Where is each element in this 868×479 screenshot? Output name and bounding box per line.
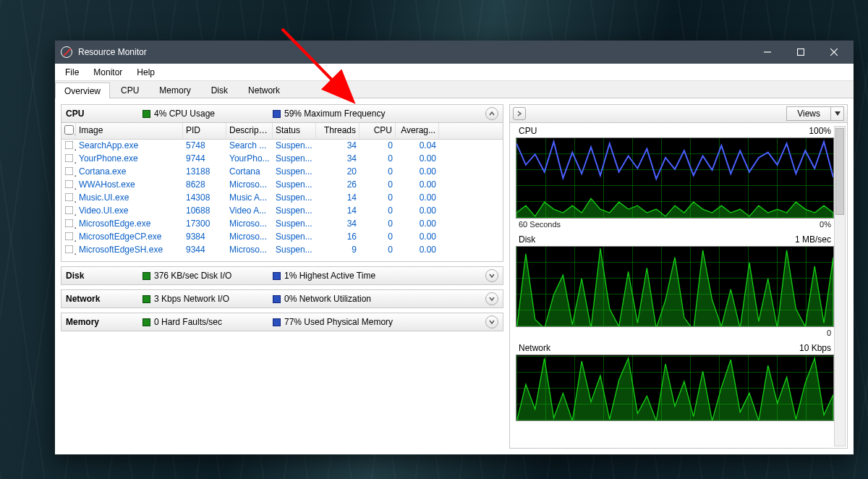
row-checkbox[interactable] bbox=[65, 193, 74, 202]
col-image[interactable]: Image bbox=[76, 123, 183, 139]
row-checkbox[interactable] bbox=[65, 206, 74, 215]
cell-pid: 10688 bbox=[183, 205, 226, 218]
desktop-background: Resource Monitor File Monitor Help Overv… bbox=[0, 0, 868, 479]
menu-monitor[interactable]: Monitor bbox=[88, 65, 128, 80]
table-row[interactable]: SearchApp.exe5748Search ...Suspen...3400… bbox=[61, 140, 503, 153]
row-checkbox[interactable] bbox=[65, 167, 74, 176]
square-icon bbox=[142, 272, 150, 280]
table-row[interactable]: MicrosoftEdge.exe17300Microso...Suspen..… bbox=[61, 218, 503, 231]
cpu-maxfreq-stat: 59% Maximum Frequency bbox=[273, 109, 478, 119]
cell-average: 0.00 bbox=[396, 231, 439, 244]
tab-bar: Overview CPU Memory Disk Network bbox=[55, 81, 854, 98]
row-checkbox[interactable] bbox=[65, 180, 74, 189]
row-checkbox[interactable] bbox=[65, 232, 74, 241]
col-checkbox[interactable] bbox=[61, 123, 76, 139]
cell-status: Suspen... bbox=[273, 244, 316, 257]
row-checkbox[interactable] bbox=[65, 141, 74, 150]
disk-chart-max: 1 MB/sec bbox=[795, 234, 831, 245]
col-cpu[interactable]: CPU bbox=[359, 123, 396, 139]
cell-cpu: 0 bbox=[359, 166, 396, 179]
network-chart-svg bbox=[516, 355, 833, 421]
svg-rect-1 bbox=[798, 49, 804, 56]
cell-status: Suspen... bbox=[273, 166, 316, 179]
cell-pid: 13188 bbox=[183, 166, 226, 179]
square-icon bbox=[142, 110, 150, 118]
disk-chart bbox=[516, 246, 834, 327]
cell-image: Music.UI.exe bbox=[76, 192, 183, 205]
section-memory-header[interactable]: Memory 0 Hard Faults/sec 77% Used Physic… bbox=[61, 313, 503, 331]
right-pane-header: Views bbox=[509, 104, 848, 123]
cell-threads: 14 bbox=[316, 192, 359, 205]
table-row[interactable]: Cortana.exe13188CortanaSuspen...2000.00 bbox=[61, 166, 503, 179]
network-io-stat: 3 Kbps Network I/O bbox=[142, 294, 265, 304]
row-checkbox[interactable] bbox=[65, 154, 74, 163]
table-row[interactable]: MicrosoftEdgeSH.exe9344Microso...Suspen.… bbox=[61, 244, 503, 257]
cell-image: YourPhone.exe bbox=[76, 153, 183, 166]
cell-image: Cortana.exe bbox=[76, 166, 183, 179]
col-threads[interactable]: Threads bbox=[316, 123, 359, 139]
cell-cpu: 0 bbox=[359, 179, 396, 192]
cell-average: 0.00 bbox=[396, 205, 439, 218]
row-checkbox[interactable] bbox=[65, 245, 74, 254]
table-row[interactable]: WWAHost.exe8628Microso...Suspen...2600.0… bbox=[61, 179, 503, 192]
table-row[interactable]: Music.UI.exe14308Music A...Suspen...1400… bbox=[61, 192, 503, 205]
expand-memory-button[interactable] bbox=[485, 315, 498, 328]
section-network-header[interactable]: Network 3 Kbps Network I/O 0% Network Ut… bbox=[61, 289, 503, 308]
scrollbar-thumb[interactable] bbox=[835, 128, 844, 215]
cell-threads: 9 bbox=[316, 244, 359, 257]
cell-status: Suspen... bbox=[273, 205, 316, 218]
cell-average: 0.00 bbox=[396, 153, 439, 166]
cell-status: Suspen... bbox=[273, 153, 316, 166]
network-chart-block: Network10 Kbps bbox=[516, 342, 834, 421]
right-pane: Views CPU100% 60 Seconds0% bbox=[509, 104, 848, 449]
cell-pid: 17300 bbox=[183, 218, 226, 231]
cell-description: Search ... bbox=[226, 140, 273, 153]
tab-network[interactable]: Network bbox=[239, 82, 289, 98]
maximize-button[interactable] bbox=[784, 41, 817, 64]
menu-help[interactable]: Help bbox=[131, 65, 161, 80]
cell-cpu: 0 bbox=[359, 153, 396, 166]
table-header: Image PID Descripti... Status Threads CP… bbox=[61, 123, 503, 140]
col-description[interactable]: Descripti... bbox=[226, 123, 273, 139]
svg-marker-4 bbox=[835, 111, 841, 116]
charts-area[interactable]: CPU100% 60 Seconds0% Disk1 MB/sec bbox=[509, 123, 848, 449]
network-chart-max: 10 Kbps bbox=[799, 343, 831, 353]
left-pane: CPU 4% CPU Usage 59% Maximum Frequency I… bbox=[61, 104, 503, 449]
tab-cpu[interactable]: CPU bbox=[111, 82, 148, 98]
col-pid[interactable]: PID bbox=[183, 123, 226, 139]
right-scrollbar[interactable] bbox=[834, 126, 846, 446]
tab-overview[interactable]: Overview bbox=[55, 82, 110, 98]
content-area: CPU 4% CPU Usage 59% Maximum Frequency I… bbox=[55, 98, 854, 454]
cpu-chart-min: 0% bbox=[820, 220, 831, 229]
cell-average: 0.00 bbox=[396, 218, 439, 231]
window-titlebar[interactable]: Resource Monitor bbox=[55, 41, 854, 64]
cpu-usage-stat: 4% CPU Usage bbox=[142, 109, 265, 119]
tab-memory[interactable]: Memory bbox=[150, 82, 200, 98]
table-row[interactable]: Video.UI.exe10688Video A...Suspen...1400… bbox=[61, 205, 503, 218]
expand-network-button[interactable] bbox=[485, 292, 498, 305]
disk-chart-svg bbox=[516, 247, 833, 327]
cell-status: Suspen... bbox=[273, 192, 316, 205]
table-row[interactable]: MicrosoftEdgeCP.exe9384Microso...Suspen.… bbox=[61, 231, 503, 244]
cpu-process-table: Image PID Descripti... Status Threads CP… bbox=[61, 123, 503, 262]
cell-cpu: 0 bbox=[359, 140, 396, 153]
select-all-checkbox[interactable] bbox=[64, 125, 74, 135]
tab-disk[interactable]: Disk bbox=[202, 82, 237, 98]
views-dropdown[interactable]: Views bbox=[786, 106, 844, 121]
close-button[interactable] bbox=[817, 41, 851, 64]
table-body[interactable]: SearchApp.exe5748Search ...Suspen...3400… bbox=[61, 140, 503, 261]
cell-pid: 14308 bbox=[183, 192, 226, 205]
square-icon bbox=[273, 110, 281, 118]
section-cpu-header[interactable]: CPU 4% CPU Usage 59% Maximum Frequency bbox=[61, 104, 503, 123]
collapse-right-pane-button[interactable] bbox=[513, 107, 526, 120]
cell-image: MicrosoftEdge.exe bbox=[76, 218, 183, 231]
section-disk-header[interactable]: Disk 376 KB/sec Disk I/O 1% Highest Acti… bbox=[61, 266, 503, 285]
expand-disk-button[interactable] bbox=[485, 269, 498, 282]
minimize-button[interactable] bbox=[751, 41, 784, 64]
collapse-cpu-button[interactable] bbox=[485, 107, 498, 120]
row-checkbox[interactable] bbox=[65, 219, 74, 228]
table-row[interactable]: YourPhone.exe9744YourPho...Suspen...3400… bbox=[61, 153, 503, 166]
col-status[interactable]: Status bbox=[273, 123, 316, 139]
col-average[interactable]: Averag... bbox=[396, 123, 439, 139]
menu-file[interactable]: File bbox=[59, 65, 85, 80]
